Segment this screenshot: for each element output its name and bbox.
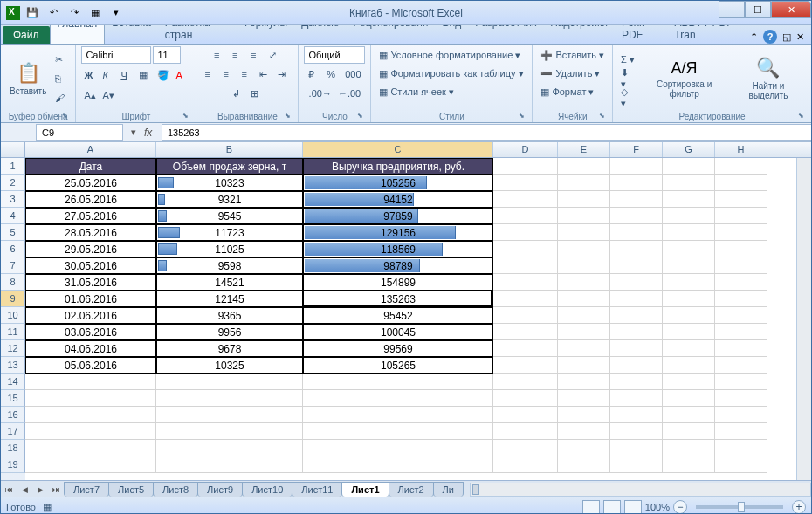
- name-box[interactable]: C9: [36, 124, 123, 141]
- cell-B8[interactable]: 14521: [156, 274, 303, 291]
- cell-D7[interactable]: [493, 257, 558, 274]
- cell-C19[interactable]: [303, 456, 493, 473]
- row-header-3[interactable]: 3: [1, 191, 25, 208]
- cell-G3[interactable]: [663, 191, 715, 208]
- cell-B4[interactable]: 9545: [156, 208, 303, 224]
- cell-C17[interactable]: [303, 423, 493, 440]
- sheet-tab-Лист7[interactable]: Лист7: [64, 482, 109, 497]
- currency-button[interactable]: ₽: [306, 65, 323, 83]
- cell-H7[interactable]: [715, 257, 767, 274]
- cell-B13[interactable]: 10325: [156, 357, 303, 374]
- cell-E5[interactable]: [558, 224, 610, 241]
- cell-B18[interactable]: [156, 440, 303, 456]
- copy-button[interactable]: ⎘: [52, 70, 70, 87]
- cell-H5[interactable]: [715, 224, 767, 241]
- cell-G16[interactable]: [663, 407, 715, 423]
- cell-A18[interactable]: [25, 440, 156, 456]
- cell-C4[interactable]: 97859: [303, 208, 493, 224]
- cell-A6[interactable]: 29.05.2016: [25, 241, 156, 257]
- cell-G19[interactable]: [663, 456, 715, 473]
- cell-H8[interactable]: [715, 274, 767, 291]
- decrease-font-button[interactable]: A▾: [100, 86, 117, 104]
- col-header-C[interactable]: C: [303, 142, 493, 157]
- cell-E10[interactable]: [558, 307, 610, 324]
- cell-A15[interactable]: [25, 390, 156, 407]
- undo-icon[interactable]: ↶: [45, 4, 62, 22]
- cell-F13[interactable]: [610, 357, 663, 374]
- cell-F19[interactable]: [610, 456, 663, 473]
- sheet-nav-next[interactable]: ▶: [32, 482, 48, 497]
- comma-button[interactable]: 000: [342, 65, 363, 83]
- row-header-16[interactable]: 16: [1, 407, 25, 423]
- decrease-decimal-button[interactable]: ←.00: [335, 85, 363, 102]
- select-all-corner[interactable]: [1, 142, 25, 157]
- cell-H15[interactable]: [715, 390, 767, 407]
- col-header-F[interactable]: F: [610, 142, 663, 157]
- qat-btn-1[interactable]: ▦: [86, 4, 104, 22]
- cell-D13[interactable]: [493, 357, 558, 374]
- cell-A10[interactable]: 02.06.2016: [25, 307, 156, 324]
- cell-G15[interactable]: [663, 390, 715, 407]
- row-header-14[interactable]: 14: [1, 374, 25, 390]
- cell-D3[interactable]: [493, 191, 558, 208]
- cell-D15[interactable]: [493, 390, 558, 407]
- cell-F14[interactable]: [610, 374, 663, 390]
- cell-H14[interactable]: [715, 374, 767, 390]
- cell-F12[interactable]: [610, 340, 663, 357]
- sheet-tab-Лист10[interactable]: Лист10: [242, 482, 292, 497]
- cell-H19[interactable]: [715, 456, 767, 473]
- row-header-7[interactable]: 7: [1, 257, 25, 274]
- format-painter-button[interactable]: 🖌: [52, 89, 70, 106]
- sheet-nav-first[interactable]: ⏮: [1, 482, 17, 497]
- cell-B10[interactable]: 9365: [156, 307, 303, 324]
- cell-F11[interactable]: [610, 324, 663, 340]
- col-header-A[interactable]: A: [25, 142, 156, 157]
- cell-E6[interactable]: [558, 241, 610, 257]
- row-header-18[interactable]: 18: [1, 440, 25, 456]
- cell-E3[interactable]: [558, 191, 610, 208]
- cell-G11[interactable]: [663, 324, 715, 340]
- cell-A1[interactable]: Дата: [25, 158, 156, 175]
- cell-D19[interactable]: [493, 456, 558, 473]
- align-bottom-button[interactable]: ≡: [248, 46, 265, 64]
- cell-E16[interactable]: [558, 407, 610, 423]
- ribbon-minimize-icon[interactable]: ⌃: [750, 31, 758, 43]
- cell-H10[interactable]: [715, 307, 767, 324]
- cell-E7[interactable]: [558, 257, 610, 274]
- align-top-button[interactable]: ≡: [211, 46, 229, 64]
- cell-E15[interactable]: [558, 390, 610, 407]
- sheet-tab-Лист11[interactable]: Лист11: [292, 482, 342, 497]
- cell-G9[interactable]: [663, 291, 715, 307]
- normal-view-button[interactable]: [582, 500, 600, 514]
- cell-C3[interactable]: 94152: [303, 191, 493, 208]
- sheet-tab-Лист1[interactable]: Лист1: [341, 482, 389, 497]
- cell-C7[interactable]: 98789: [303, 257, 493, 274]
- col-header-G[interactable]: G: [663, 142, 715, 157]
- cell-A19[interactable]: [25, 456, 156, 473]
- cell-D6[interactable]: [493, 241, 558, 257]
- window-restore-icon[interactable]: ◱: [782, 31, 791, 43]
- cell-E14[interactable]: [558, 374, 610, 390]
- cell-C18[interactable]: [303, 440, 493, 456]
- cell-D17[interactable]: [493, 423, 558, 440]
- cell-D2[interactable]: [493, 175, 558, 191]
- cell-E1[interactable]: [558, 158, 610, 175]
- number-format-select[interactable]: [304, 46, 365, 64]
- row-header-1[interactable]: 1: [1, 158, 25, 175]
- cell-C14[interactable]: [303, 374, 493, 390]
- merge-button[interactable]: ⊞: [248, 85, 265, 102]
- file-tab[interactable]: Файл: [3, 26, 50, 44]
- cell-G17[interactable]: [663, 423, 715, 440]
- cell-D9[interactable]: [493, 291, 558, 307]
- percent-button[interactable]: %: [324, 65, 341, 83]
- cell-H9[interactable]: [715, 291, 767, 307]
- cell-B17[interactable]: [156, 423, 303, 440]
- row-header-12[interactable]: 12: [1, 340, 25, 357]
- horizontal-scrollbar[interactable]: [470, 483, 811, 497]
- cell-B15[interactable]: [156, 390, 303, 407]
- cell-A13[interactable]: 05.06.2016: [25, 357, 156, 374]
- wrap-text-button[interactable]: ↲: [230, 85, 247, 102]
- page-break-view-button[interactable]: [624, 500, 642, 514]
- col-header-D[interactable]: D: [493, 142, 558, 157]
- cell-G5[interactable]: [663, 224, 715, 241]
